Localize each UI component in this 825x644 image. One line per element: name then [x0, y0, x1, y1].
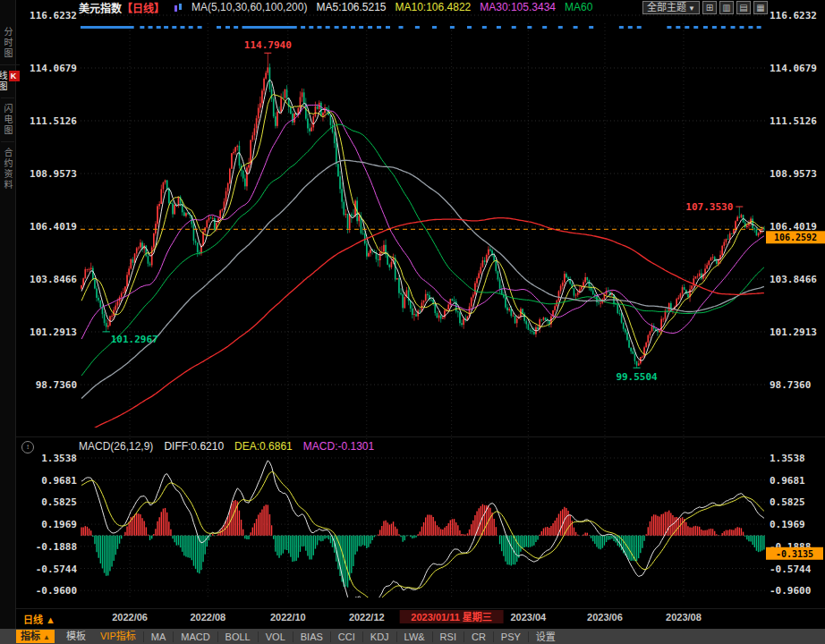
- svg-text:2023/08: 2023/08: [666, 612, 702, 623]
- svg-text:0.9681: 0.9681: [41, 475, 77, 487]
- ma-settings-label[interactable]: MA(5,10,30,60,100,200): [191, 1, 307, 13]
- xaxis-divider: [16, 608, 825, 609]
- svg-text:103.8466: 103.8466: [770, 274, 817, 285]
- svg-text:2022/12: 2022/12: [349, 612, 385, 623]
- svg-text:-0.3135: -0.3135: [776, 549, 813, 559]
- macd-histogram: [81, 500, 765, 588]
- symbol-title: 美元指数【日线】: [79, 0, 165, 15]
- svg-text:111.5126: 111.5126: [770, 115, 817, 127]
- layout-rows-icon[interactable]: ▤: [736, 1, 751, 14]
- toolbar-item-macd[interactable]: MACD: [173, 631, 217, 642]
- macd-hist-value: MACD:-0.1301: [303, 440, 374, 453]
- svg-text:-0.9600: -0.9600: [770, 585, 811, 597]
- toolbar-item-bias[interactable]: BIAS: [293, 631, 330, 642]
- svg-text:0.1969: 0.1969: [41, 519, 77, 530]
- macd-legend: MACD(26,12,9) DIFF:0.6210 DEA:0.6861 MAC…: [79, 440, 374, 453]
- svg-text:2023/06: 2023/06: [587, 612, 623, 623]
- svg-text:-0.5744: -0.5744: [770, 564, 812, 575]
- svg-text:114.0679: 114.0679: [770, 63, 817, 74]
- chart-header: 美元指数【日线】 MA(5,10,30,60,100,200) MA5:106.…: [79, 0, 592, 14]
- candlestick-series[interactable]: [81, 53, 764, 368]
- vip-indicator-button[interactable]: VIP指标: [93, 630, 143, 643]
- top-activity-marks: [81, 26, 761, 29]
- svg-text:116.6232: 116.6232: [30, 10, 77, 21]
- main-chart[interactable]: 116.6232116.6232114.0679114.0679111.5126…: [0, 0, 825, 644]
- sidebar-tab-kline-label: 线图: [0, 71, 7, 92]
- svg-text:116.6232: 116.6232: [770, 10, 817, 21]
- svg-text:0.1969: 0.1969: [770, 519, 805, 530]
- svg-text:114.0679: 114.0679: [30, 63, 77, 74]
- ma30-line: [81, 105, 764, 339]
- svg-text:1.3538: 1.3538: [41, 453, 77, 464]
- themes-label: 全部主题: [647, 2, 686, 13]
- svg-text:0.5825: 0.5825: [770, 496, 805, 508]
- svg-text:101.2913: 101.2913: [30, 326, 77, 338]
- svg-text:101.2913: 101.2913: [770, 326, 817, 338]
- ma60-line: [81, 124, 764, 376]
- svg-text:108.9573: 108.9573: [30, 168, 77, 180]
- indicator-chip-label: 指标: [21, 631, 40, 641]
- macd-dea-value: DEA:0.6861: [234, 440, 293, 453]
- symbol-name: 美元指数: [79, 3, 122, 15]
- svg-text:108.9573: 108.9573: [770, 168, 817, 180]
- macd-panel-icon[interactable]: ↕: [21, 441, 34, 453]
- svg-text:99.5504: 99.5504: [616, 371, 658, 383]
- svg-text:0.5825: 0.5825: [41, 496, 77, 508]
- toolbar-item-cci[interactable]: CCI: [330, 631, 362, 642]
- x-axis-labels: 2022/062022/082022/102022/122023/01/11 星…: [112, 610, 702, 623]
- svg-text:2023/01/11 星期三: 2023/01/11 星期三: [411, 611, 492, 623]
- toolbar-item-lw[interactable]: LW&: [396, 631, 432, 642]
- toolbar-item-cr[interactable]: CR: [464, 631, 493, 642]
- svg-text:-0.5744: -0.5744: [36, 564, 78, 575]
- ma10-value: MA10:106.4822: [395, 1, 472, 13]
- svg-text:-0.9600: -0.9600: [36, 585, 77, 597]
- toolbar-item-boll[interactable]: BOLL: [217, 631, 258, 642]
- toolbar-item-psy[interactable]: PSY: [493, 631, 528, 642]
- trading-terminal-window: 116.6232116.6232114.0679114.0679111.5126…: [0, 0, 825, 644]
- macd-value-tag: -0.3135: [766, 547, 823, 560]
- panel-divider: [16, 436, 825, 437]
- sidebar-tab-contract-info[interactable]: 合约资料: [1, 141, 14, 196]
- kline-badge-icon: K: [9, 71, 20, 81]
- indicator-icon: [174, 3, 183, 13]
- triangle-up-icon: ▲: [43, 633, 50, 641]
- toolbar-item-kdj[interactable]: KDJ: [362, 631, 396, 642]
- settings-button[interactable]: 设置: [528, 631, 563, 642]
- period-indicator[interactable]: 日线 ▲: [23, 612, 55, 626]
- themes-dropdown[interactable]: 全部主题▼: [642, 1, 700, 14]
- ma-lines: [81, 80, 764, 436]
- svg-text:2022/06: 2022/06: [112, 612, 148, 623]
- svg-text:1.3538: 1.3538: [770, 453, 805, 464]
- sidebar-tab-time-chart[interactable]: 分时图: [1, 21, 14, 64]
- template-button[interactable]: 模板: [59, 630, 93, 643]
- svg-text:98.7360: 98.7360: [770, 379, 811, 391]
- svg-text:107.3530: 107.3530: [685, 201, 733, 213]
- svg-text:106.2592: 106.2592: [774, 233, 817, 242]
- svg-text:2022/10: 2022/10: [270, 612, 306, 623]
- sidebar-tab-kline-chart[interactable]: K线图: [0, 64, 20, 97]
- svg-text:98.7360: 98.7360: [36, 379, 77, 391]
- bottom-toolbar: 指标 ▲ 模板 VIP指标 MAMACDBOLLVOLBIASCCIKDJLW&…: [0, 629, 825, 644]
- last-price-tag: 106.2592: [766, 231, 825, 243]
- indicator-chip[interactable]: 指标 ▲: [16, 630, 55, 643]
- layout-columns-icon[interactable]: ▥: [719, 1, 734, 14]
- svg-text:-0.1888: -0.1888: [36, 541, 77, 553]
- macd-title[interactable]: MACD(26,12,9): [79, 440, 153, 453]
- left-tab-sidebar: 分时图 K线图 闪电图 合约资料: [0, 0, 16, 644]
- sidebar-tab-lightning-chart[interactable]: 闪电图: [1, 97, 14, 141]
- svg-text:111.5126: 111.5126: [30, 115, 77, 127]
- toolbar-item-rsi[interactable]: RSI: [432, 631, 464, 642]
- svg-text:106.4019: 106.4019: [30, 221, 77, 233]
- ma5-value: MA5:106.5215: [316, 1, 386, 13]
- svg-text:103.8466: 103.8466: [30, 274, 77, 285]
- toolbar-item-vol[interactable]: VOL: [258, 631, 293, 642]
- svg-text:0.9681: 0.9681: [770, 475, 805, 487]
- macd-diff-value: DIFF:0.6210: [164, 440, 224, 453]
- toolbar-item-ma[interactable]: MA: [143, 631, 174, 642]
- layout-cells-icon[interactable]: ▦: [753, 1, 768, 14]
- svg-text:2022/08: 2022/08: [190, 612, 225, 623]
- layout-grid-icon[interactable]: ⊞: [702, 1, 717, 14]
- indicator-buttons: MAMACDBOLLVOLBIASCCIKDJLW&RSICRPSY: [143, 631, 528, 642]
- symbol-period: 【日线】: [122, 3, 165, 15]
- svg-text:114.7940: 114.7940: [244, 39, 292, 51]
